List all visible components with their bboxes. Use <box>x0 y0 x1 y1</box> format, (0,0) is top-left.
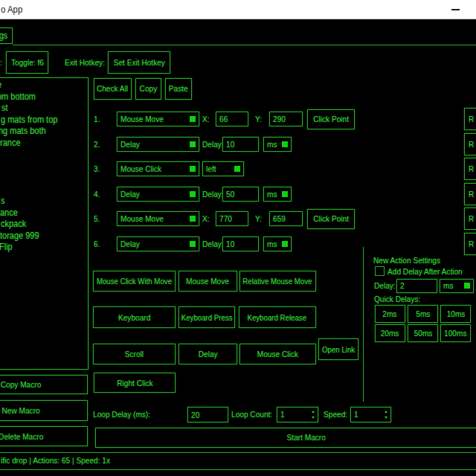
action-type-select[interactable]: Mouse Move <box>117 112 199 126</box>
settings-delay-input[interactable]: 2 <box>396 279 437 293</box>
button-label: Copy <box>139 84 157 93</box>
palette-scroll-button[interactable]: Scroll <box>93 344 176 365</box>
loop-count-spinner[interactable]: 1 <box>277 407 318 423</box>
delay-unit-select[interactable]: ms <box>263 237 292 251</box>
copy-macro-button[interactable]: Copy Macro <box>0 375 88 394</box>
action-type-select[interactable]: Mouse Move <box>117 211 199 226</box>
y-value: 659 <box>273 212 286 225</box>
add-delay-checkbox[interactable] <box>375 266 385 276</box>
macro-list-item[interactable]: rance <box>0 138 77 149</box>
spinner-up-icon[interactable] <box>312 411 315 413</box>
macro-list-item[interactable]: om bottom <box>0 91 77 103</box>
quick-delay-10ms-button[interactable]: 10ms <box>440 305 472 323</box>
dropdown-indicator-icon <box>234 166 240 172</box>
macro-list-item[interactable]: s <box>1 196 77 208</box>
palette-mouse-click-button[interactable]: Mouse Click <box>239 344 316 365</box>
loop-delay-input[interactable]: 20 <box>187 407 228 422</box>
palette-mouse-click-with-move-button[interactable]: Mouse Click With Move <box>93 271 176 292</box>
x-label: X: <box>202 211 210 226</box>
palette-keyboard-release-button[interactable]: Keyboard Release <box>239 306 316 328</box>
new-macro-button[interactable]: New Macro <box>0 400 88 421</box>
button-label: Mouse Move <box>186 277 229 286</box>
delay-input[interactable]: 10 <box>222 237 259 251</box>
remove-action-button[interactable]: R <box>464 133 476 155</box>
macro-list-item[interactable] <box>1 173 77 184</box>
y-value: 290 <box>273 112 286 126</box>
spinner-up-icon[interactable] <box>385 411 387 413</box>
macro-list-item[interactable]: st <box>1 103 78 115</box>
quick-delay-100ms-button[interactable]: 100ms <box>440 324 472 342</box>
x-value: 770 <box>219 212 232 225</box>
action-type-select[interactable]: Delay <box>117 237 199 251</box>
palette-keyboard-button[interactable]: Keyboard <box>93 306 176 328</box>
y-input[interactable]: 659 <box>269 211 303 226</box>
speed-label: Speed: <box>324 407 347 422</box>
tab-macros[interactable]: gs <box>0 28 13 44</box>
macro-list-item[interactable] <box>1 184 77 196</box>
x-input[interactable]: 770 <box>216 211 248 226</box>
exit-hotkey-label: Exit Hotkey: <box>65 51 105 74</box>
speed-spinner[interactable]: 1 <box>350 407 392 423</box>
minimize-icon[interactable] <box>451 9 460 10</box>
remove-action-button[interactable]: R <box>464 108 476 130</box>
palette-right-click-button[interactable]: Right Click <box>94 373 176 393</box>
macro-list-item[interactable]: e <box>0 80 77 91</box>
paste-actions-button[interactable]: Paste <box>165 78 192 100</box>
quick-delay-2ms-button[interactable]: 2ms <box>375 305 405 323</box>
quick-delay-50ms-button[interactable]: 50ms <box>408 324 438 342</box>
dropdown-indicator-icon <box>190 241 196 247</box>
x-input[interactable]: 66 <box>216 112 248 126</box>
y-input[interactable]: 290 <box>269 112 303 126</box>
spinner-down-icon[interactable] <box>385 416 387 419</box>
toggle-hotkey-button[interactable]: Toggle: f6 <box>6 51 48 74</box>
button-label: New Macro <box>1 406 39 415</box>
action-type-select[interactable]: Delay <box>117 137 199 152</box>
macro-list-item[interactable] <box>1 149 77 161</box>
y-label: Y: <box>255 211 262 226</box>
action-row-number: 1. <box>94 113 100 125</box>
button-label: Click Point <box>313 115 349 123</box>
delay-label: Delay: <box>202 237 224 251</box>
check-all-button[interactable]: Check All <box>94 78 132 100</box>
settings-divider <box>363 247 364 402</box>
click-point-button[interactable]: Click Point <box>307 209 355 229</box>
macro-list-item[interactable]: g mats from top <box>1 115 77 126</box>
macro-list-item[interactable]: ance <box>0 208 77 219</box>
set-exit-hotkey-button[interactable]: Set Exit Hotkey <box>108 51 170 74</box>
action-type-select[interactable]: Mouse Click <box>117 161 199 176</box>
quick-delay-5ms-button[interactable]: 5ms <box>408 305 438 323</box>
macro-list-item[interactable]: Flip <box>0 242 77 254</box>
delay-unit-select[interactable]: ms <box>263 137 292 152</box>
remove-action-button[interactable]: R <box>464 158 476 180</box>
action-type-select[interactable]: Delay <box>117 187 199 202</box>
remove-action-button[interactable]: R <box>464 208 476 230</box>
delete-macro-button[interactable]: Delete Macro <box>0 426 88 446</box>
palette-open-link-button[interactable]: Open Link <box>318 338 359 360</box>
action-type-value: Mouse Move <box>120 212 164 225</box>
copy-actions-button[interactable]: Copy <box>135 78 161 100</box>
delay-input[interactable]: 10 <box>222 137 259 152</box>
palette-keyboard-press-button[interactable]: Keyboard Press <box>178 306 235 328</box>
mouse-button-select[interactable]: left <box>202 161 245 176</box>
palette-delay-button[interactable]: Delay <box>178 344 237 365</box>
macro-list-item[interactable]: torage 999 <box>0 231 77 242</box>
delay-unit-select[interactable]: ms <box>263 187 292 202</box>
settings-delay-unit-select[interactable]: ms <box>440 279 474 293</box>
palette-mouse-move-button[interactable]: Mouse Move <box>178 271 237 292</box>
button-label: 5ms <box>416 309 430 318</box>
spinner-down-icon[interactable] <box>312 416 315 419</box>
macro-list-item[interactable]: ckpack <box>1 219 77 231</box>
y-label: Y: <box>255 112 262 126</box>
palette-relative-mouse-move-button[interactable]: Relative Mouse Move <box>239 271 316 292</box>
button-label: Right Click <box>117 379 152 387</box>
quick-delay-20ms-button[interactable]: 20ms <box>375 324 405 342</box>
tab-strip-underline <box>13 45 476 45</box>
click-point-button[interactable]: Click Point <box>307 109 355 129</box>
remove-action-button[interactable]: R <box>464 183 476 205</box>
remove-action-button[interactable]: R <box>464 233 476 255</box>
macro-list[interactable]: e om bottom st g mats from top ng mats b… <box>0 77 89 370</box>
macro-list-item[interactable] <box>1 161 77 173</box>
delay-input[interactable]: 50 <box>222 187 259 202</box>
macro-list-item[interactable]: ng mats both <box>0 126 77 138</box>
start-macro-button[interactable]: Start Macro <box>95 428 476 448</box>
